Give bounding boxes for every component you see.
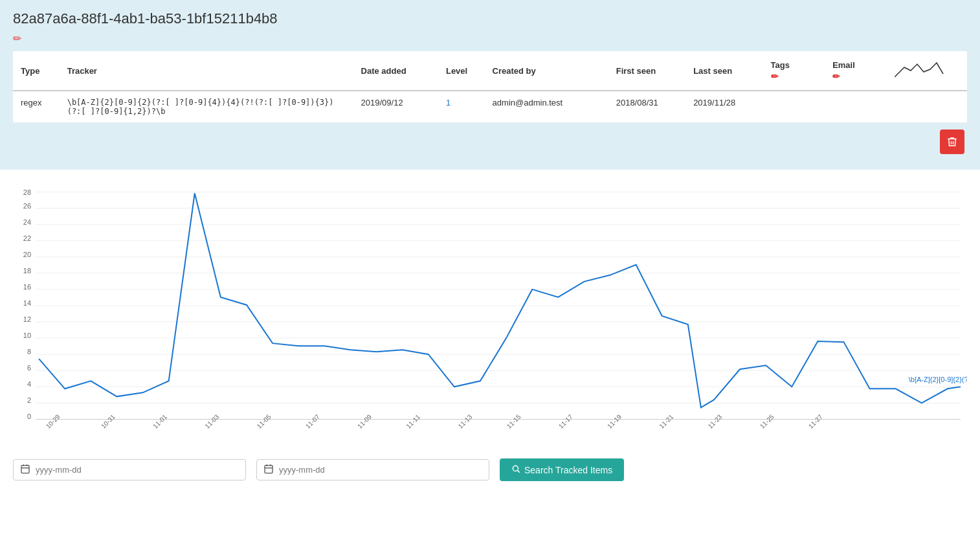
search-tracked-items-button[interactable]: Search Tracked Items bbox=[500, 458, 624, 481]
svg-text:16: 16 bbox=[23, 283, 31, 291]
cell-type: regex bbox=[13, 91, 60, 123]
col-header-minichart bbox=[887, 51, 967, 91]
svg-text:4: 4 bbox=[27, 380, 31, 388]
svg-text:20: 20 bbox=[23, 251, 31, 258]
cell-last-seen: 2019/11/28 bbox=[685, 91, 763, 123]
svg-text:10: 10 bbox=[23, 332, 31, 339]
tracker-id: 82a87a6a-88f1-4ab1-ba53-1bf15211b4b8 bbox=[13, 10, 967, 27]
y-axis: 0 2 4 6 8 10 12 14 16 18 20 22 24 26 28 … bbox=[23, 183, 31, 420]
svg-text:14: 14 bbox=[23, 299, 31, 307]
svg-text:22: 22 bbox=[23, 234, 31, 242]
top-section: 82a87a6a-88f1-4ab1-ba53-1bf15211b4b8 ✏ T… bbox=[0, 0, 980, 170]
svg-text:12: 12 bbox=[23, 315, 31, 323]
main-chart-svg: 0 2 4 6 8 10 12 14 16 18 20 22 24 26 28 … bbox=[13, 183, 967, 442]
search-button-label: Search Tracked Items bbox=[524, 465, 612, 475]
delete-btn-wrapper bbox=[13, 123, 967, 157]
svg-line-56 bbox=[518, 471, 520, 473]
edit-tracker-icon[interactable]: ✏ bbox=[13, 32, 21, 45]
cell-chart bbox=[887, 91, 967, 123]
svg-text:11-03: 11-03 bbox=[203, 413, 220, 430]
table-row: regex \b[A-Z]{2}[0-9]{2}(?:[ ]?[0-9]{4})… bbox=[13, 91, 967, 123]
email-edit-icon[interactable]: ✏ bbox=[832, 71, 840, 82]
trash-icon bbox=[946, 136, 958, 148]
svg-text:11-25: 11-25 bbox=[759, 413, 775, 430]
cell-tags bbox=[763, 91, 825, 123]
svg-text:18: 18 bbox=[23, 267, 31, 275]
col-header-tags: Tags ✏ bbox=[763, 51, 825, 91]
calendar-end-icon bbox=[263, 464, 274, 476]
svg-text:28: 28 bbox=[23, 189, 31, 197]
svg-text:11-09: 11-09 bbox=[356, 413, 373, 430]
svg-text:11-05: 11-05 bbox=[256, 413, 273, 430]
svg-text:30: 30 bbox=[23, 183, 31, 183]
table-header-row: Type Tracker Date added Level Created by… bbox=[13, 51, 967, 91]
svg-text:11-13: 11-13 bbox=[457, 413, 474, 430]
tags-edit-icon[interactable]: ✏ bbox=[771, 71, 779, 82]
svg-text:11-21: 11-21 bbox=[658, 413, 674, 430]
tags-label: Tags bbox=[771, 60, 790, 70]
col-header-last-seen: Last seen bbox=[685, 51, 763, 91]
search-icon bbox=[511, 464, 520, 475]
x-labels-group: 10-29 10-31 11-01 11-03 11-05 11-07 11-0… bbox=[45, 413, 824, 430]
col-header-email: Email ✏ bbox=[825, 51, 887, 91]
col-header-first-seen: First seen bbox=[608, 51, 685, 91]
svg-text:11-07: 11-07 bbox=[304, 413, 321, 430]
svg-text:11-19: 11-19 bbox=[606, 413, 623, 430]
chart-section: 0 2 4 6 8 10 12 14 16 18 20 22 24 26 28 … bbox=[0, 170, 980, 448]
calendar-start-icon bbox=[20, 464, 30, 476]
cell-created-by: admin@admin.test bbox=[485, 91, 608, 123]
col-header-created: Created by bbox=[485, 51, 608, 91]
chart-line bbox=[39, 194, 961, 408]
date-start-wrapper bbox=[13, 459, 246, 480]
svg-text:26: 26 bbox=[23, 202, 31, 210]
svg-text:11-17: 11-17 bbox=[557, 413, 574, 430]
date-end-wrapper bbox=[256, 459, 489, 480]
svg-text:6: 6 bbox=[27, 364, 31, 372]
svg-point-55 bbox=[513, 466, 518, 471]
bottom-controls: Search Tracked Items bbox=[0, 448, 980, 491]
mini-chart-svg bbox=[895, 58, 946, 84]
page-wrapper: 82a87a6a-88f1-4ab1-ba53-1bf15211b4b8 ✏ T… bbox=[0, 0, 980, 553]
cell-first-seen: 2018/08/31 bbox=[608, 91, 685, 123]
svg-text:8: 8 bbox=[27, 348, 31, 356]
date-end-input[interactable] bbox=[279, 465, 482, 475]
col-header-level: Level bbox=[438, 51, 485, 91]
grid-lines bbox=[36, 192, 961, 419]
svg-text:11-15: 11-15 bbox=[506, 413, 522, 430]
series-label: \b[A-Z]{2}[0-9]{2}(?:[ bbox=[909, 376, 967, 383]
svg-text:11-11: 11-11 bbox=[405, 413, 421, 430]
svg-text:2: 2 bbox=[27, 396, 31, 404]
svg-text:24: 24 bbox=[23, 218, 31, 226]
chart-container: 0 2 4 6 8 10 12 14 16 18 20 22 24 26 28 … bbox=[13, 183, 967, 442]
svg-text:10-31: 10-31 bbox=[100, 413, 117, 430]
svg-text:0: 0 bbox=[27, 412, 31, 420]
svg-text:10-29: 10-29 bbox=[45, 413, 61, 430]
level-value: 1 bbox=[446, 98, 451, 107]
svg-text:11-01: 11-01 bbox=[151, 413, 168, 430]
svg-text:11-27: 11-27 bbox=[807, 413, 824, 430]
cell-email bbox=[825, 91, 887, 123]
col-header-tracker: Tracker bbox=[60, 51, 353, 91]
svg-rect-47 bbox=[21, 466, 29, 473]
date-start-input[interactable] bbox=[36, 465, 239, 475]
cell-tracker: \b[A-Z]{2}[0-9]{2}(?:[ ]?[0-9]{4}){4}(?!… bbox=[60, 91, 353, 123]
col-header-type: Type bbox=[13, 51, 60, 91]
tracker-table: Type Tracker Date added Level Created by… bbox=[13, 51, 967, 123]
col-header-date: Date added bbox=[353, 51, 438, 91]
email-label: Email bbox=[832, 60, 855, 70]
cell-date-added: 2019/09/12 bbox=[353, 91, 438, 123]
delete-button[interactable] bbox=[940, 130, 964, 154]
cell-level: 1 bbox=[438, 91, 485, 123]
svg-text:11-23: 11-23 bbox=[707, 413, 724, 430]
svg-rect-51 bbox=[265, 466, 273, 473]
